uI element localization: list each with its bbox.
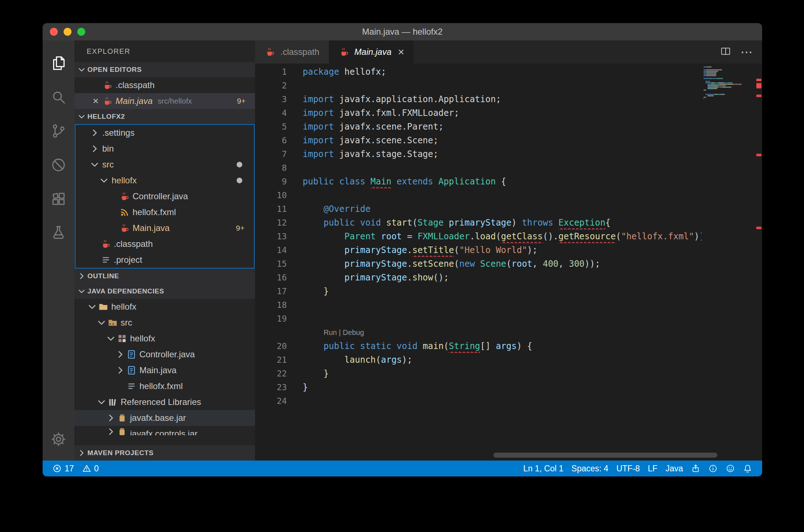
code-line: 21 launch(args); [255, 353, 762, 367]
status-language-mode[interactable]: Java [661, 464, 687, 474]
status-warnings-count: 0 [94, 464, 99, 474]
line-number: 8 [255, 161, 287, 175]
tree-item-project[interactable]: .project [75, 252, 254, 268]
line-number: 5 [255, 120, 287, 134]
activity-settings[interactable] [43, 423, 74, 457]
status-eol[interactable]: LF [644, 464, 662, 474]
close-window-button[interactable] [50, 28, 58, 36]
workbench: EXPLORER OPEN EDITORS .classpath×Main.ja… [43, 40, 762, 461]
section-maven-projects[interactable]: MAVEN PROJECTS [74, 445, 255, 461]
status-errors[interactable]: 17 [48, 464, 78, 474]
activity-debug[interactable] [43, 149, 74, 183]
open-editor-main-java[interactable]: ×Main.javasrc/hellofx9+ [74, 93, 255, 109]
status-bell[interactable] [739, 464, 756, 473]
code-line: 9public class Main extends Application { [255, 175, 762, 188]
problems-badge: 9+ [236, 224, 254, 232]
tree-item-controller-java[interactable]: Controller.java [75, 188, 254, 204]
activity-test[interactable] [43, 217, 74, 250]
activity-search[interactable] [43, 81, 74, 115]
tree-item-hellofx-fxml[interactable]: hellofx.fxml [74, 378, 255, 394]
section-outline[interactable]: OUTLINE [74, 269, 255, 284]
tree-item-label: .settings [102, 128, 134, 138]
java-icon [102, 79, 113, 91]
minimize-window-button[interactable] [64, 28, 72, 36]
close-editor-icon[interactable]: × [90, 95, 102, 107]
status-share[interactable] [687, 464, 704, 473]
java-icon [100, 238, 112, 250]
run-codelens-link[interactable]: Run [324, 328, 337, 336]
open-editor-classpath[interactable]: .classpath [74, 77, 255, 93]
status-encoding[interactable]: UTF-8 [612, 464, 644, 474]
tree-item-main-java[interactable]: Main.java [74, 362, 255, 378]
status-indentation[interactable]: Spaces: 4 [567, 464, 612, 474]
status-smiley[interactable] [722, 464, 739, 473]
tree-item-javafx-base-jar[interactable]: javafx.base.jar [74, 410, 255, 426]
section-open-editors[interactable]: OPEN EDITORS [74, 62, 255, 77]
tree-item-src[interactable]: src [74, 315, 255, 331]
tree-item-hellofx-fxml[interactable]: hellofx.fxml [75, 204, 254, 220]
activity-explorer[interactable] [43, 47, 74, 81]
tree-item-referenced-libraries[interactable]: Referenced Libraries [74, 394, 255, 410]
code-line: 14 primaryStage.setTitle("Hello World"); [255, 243, 762, 257]
code-line: 15 primaryStage.setScene(new Scene(root,… [255, 257, 762, 271]
chevron-right-icon [77, 448, 87, 458]
tree-item-src[interactable]: src [75, 157, 254, 173]
tree-item-hellofx[interactable]: hellofx [74, 331, 255, 346]
line-number: 10 [255, 188, 287, 202]
chevron-down-icon [77, 286, 87, 296]
title-bar[interactable]: Main.java — hellofx2 [43, 23, 762, 40]
code-line: 19 [255, 312, 762, 326]
code-line: 7import javafx.stage.Stage; [255, 147, 762, 161]
code-text: import javafx.stage.Stage; [303, 147, 438, 161]
list-icon [100, 254, 112, 266]
chevron-right-icon [105, 426, 116, 435]
tree-item-label: hellofx [112, 175, 137, 186]
open-editor-label: Main.java [116, 96, 153, 106]
debug-codelens-link[interactable]: Debug [343, 328, 364, 336]
section-java-dependencies[interactable]: JAVA DEPENDENCIES [74, 284, 255, 299]
warning-icon [82, 464, 91, 473]
line-number: 12 [255, 216, 287, 230]
tree-item-bin[interactable]: bin [75, 141, 254, 157]
close-tab-icon[interactable]: × [398, 47, 405, 57]
section-hellofx2[interactable]: HELLOFX2 [74, 109, 255, 124]
split-editor-icon[interactable] [720, 46, 731, 58]
tab-classpath[interactable]: .classpath [255, 40, 329, 64]
library-icon [107, 396, 118, 408]
section-label: OUTLINE [87, 272, 119, 280]
horizontal-scrollbar[interactable] [493, 453, 717, 458]
activity-extensions[interactable] [43, 183, 74, 217]
code-text: import javafx.scene.Scene; [303, 134, 438, 147]
minimap[interactable] [704, 66, 754, 101]
open-editor-description: src/hellofx [158, 97, 192, 105]
tree-item-classpath[interactable]: .classpath [75, 236, 254, 252]
tree-item-hellofx[interactable]: hellofx [75, 173, 254, 188]
tree-item-label: .project [114, 255, 142, 265]
overview-ruler[interactable] [756, 64, 762, 461]
files-icon [50, 55, 67, 73]
tree-item-hellofx[interactable]: hellofx [74, 299, 255, 315]
code-line: 1package hellofx; [255, 65, 762, 79]
status-cursor-position[interactable]: Ln 1, Col 1 [519, 464, 567, 474]
code-text: } [303, 380, 308, 394]
more-actions-icon[interactable]: ⋯ [740, 45, 753, 59]
status-info[interactable] [704, 464, 722, 473]
status-cursor-position-label: Ln 1, Col 1 [523, 464, 563, 474]
zoom-window-button[interactable] [77, 28, 85, 36]
tab-main-java[interactable]: Main.java× [329, 40, 414, 64]
code-text: } [303, 284, 329, 298]
code-line: 16 primaryStage.show(); [255, 271, 762, 284]
error-mark [756, 86, 761, 88]
tree-item-controller-java[interactable]: Controller.java [74, 346, 255, 362]
tree-item-javafx-controls-jar[interactable]: javafx.controls.jar [74, 426, 255, 435]
status-warnings[interactable]: 0 [78, 464, 103, 474]
code-editor[interactable]: 1package hellofx;23import javafx.applica… [255, 64, 762, 461]
chevron-right-icon [89, 143, 100, 154]
tree-item-main-java[interactable]: Main.java9+ [75, 220, 254, 236]
explorer-sidebar: EXPLORER OPEN EDITORS .classpath×Main.ja… [74, 40, 255, 461]
activity-source-control[interactable] [43, 115, 74, 149]
tree-item-settings[interactable]: .settings [75, 125, 254, 141]
code-text: launch(args); [303, 353, 412, 367]
code-content: 1package hellofx;23import javafx.applica… [255, 64, 762, 461]
codelens: Run | Debug [303, 326, 364, 339]
